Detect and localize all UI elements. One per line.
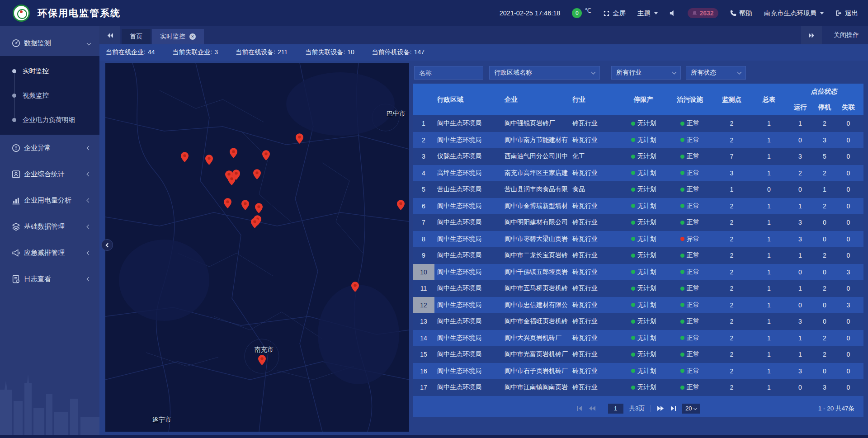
sidebar-group-emergency-reduction[interactable]: 应急减排管理 bbox=[0, 240, 99, 266]
tabs-scroll-right-button[interactable] bbox=[801, 26, 822, 44]
region-select[interactable]: 行政区域名称 bbox=[489, 66, 600, 80]
row-stopped-count: 0 bbox=[813, 264, 836, 281]
map-collapse-button[interactable] bbox=[101, 239, 113, 251]
row-region: 阆中生态环境局 bbox=[434, 264, 505, 281]
table-row[interactable]: 5营山生态环境局营山县润丰肉食品有限食品无计划正常10010 bbox=[413, 181, 863, 198]
row-monitor-points: 6 bbox=[712, 396, 751, 400]
map-pin[interactable] bbox=[241, 200, 249, 210]
map-pin[interactable] bbox=[228, 175, 236, 185]
status-dot bbox=[631, 336, 635, 340]
next-page-button[interactable] bbox=[657, 405, 664, 411]
name-search-input[interactable] bbox=[414, 66, 483, 80]
logout-button[interactable]: 退出 bbox=[835, 9, 858, 18]
row-running-count: 3 bbox=[787, 214, 813, 231]
row-region: 阆中生态环境局 bbox=[434, 363, 505, 380]
map-pin[interactable] bbox=[224, 198, 231, 208]
table-row[interactable]: 4高坪生态环境局南充市高坪区王家店建砖瓦行业无计划正常31220 bbox=[413, 165, 863, 182]
map-pin[interactable] bbox=[397, 200, 405, 210]
user-name: 南充市生态环境局 bbox=[764, 9, 816, 18]
status-dot bbox=[631, 155, 635, 159]
table-row[interactable]: 17阆中生态环境局阆中市江南镇阆南页岩砖瓦行业无计划正常21030 bbox=[413, 379, 863, 396]
sound-mute-button[interactable] bbox=[670, 10, 676, 16]
row-production-limit: 无计划 bbox=[620, 264, 667, 281]
row-industry: 砖瓦行业 bbox=[572, 115, 620, 132]
map-pin[interactable] bbox=[255, 203, 263, 213]
help-button[interactable]: 帮助 bbox=[730, 9, 752, 18]
map-panel[interactable]: 巴中市南充市遂宁市 bbox=[105, 63, 409, 432]
row-disconnected-count: 0 bbox=[836, 280, 861, 297]
tab-realtime-monitor[interactable]: 实时监控 ✕ bbox=[152, 29, 204, 44]
sidebar-group-data-monitoring[interactable]: 数据监测 bbox=[0, 30, 99, 56]
tab-home[interactable]: 首页 bbox=[122, 29, 151, 44]
industry-select[interactable]: 所有行业 bbox=[611, 66, 681, 80]
theme-dropdown[interactable]: 主题 bbox=[637, 9, 658, 18]
sidebar-group-enterprise-abnormal[interactable]: 企业异常 bbox=[0, 135, 99, 161]
sidebar-group-log-view[interactable]: 日志查看 bbox=[0, 266, 99, 292]
sidebar-item-power-load-detail[interactable]: 企业电力负荷明细 bbox=[0, 108, 99, 132]
row-pollution-facility: 正常 bbox=[667, 148, 712, 165]
tab-close-icon[interactable]: ✕ bbox=[189, 33, 196, 40]
notification-badge[interactable]: 2632 bbox=[688, 8, 718, 18]
sidebar-group-base-data[interactable]: 基础数据管理 bbox=[0, 213, 99, 240]
column-header-company: 企业 bbox=[505, 84, 572, 115]
table-row[interactable]: 12阆中生态环境局阆中市忠信建材有限公砖瓦行业无计划正常21003 bbox=[413, 297, 863, 314]
tabs-scroll-left-button[interactable] bbox=[99, 26, 120, 44]
row-running-count: 1 bbox=[787, 346, 813, 363]
status-dot bbox=[631, 320, 635, 324]
row-total-meter: 1 bbox=[751, 247, 787, 264]
first-page-button[interactable] bbox=[576, 405, 583, 411]
row-index: 14 bbox=[413, 330, 434, 347]
tab-bar: 首页 实时监控 ✕ 关闭操作 bbox=[99, 26, 868, 44]
map-pin[interactable] bbox=[262, 150, 270, 160]
map-pin[interactable] bbox=[181, 152, 189, 162]
page-number-input[interactable]: 1 bbox=[608, 404, 623, 414]
row-monitor-points: 2 bbox=[712, 346, 751, 363]
table-row[interactable]: 9阆中生态环境局阆中市二龙长宝页岩砖砖瓦行业无计划正常21120 bbox=[413, 247, 863, 264]
fullscreen-button[interactable]: 全屏 bbox=[603, 9, 626, 18]
table-row[interactable]: 1阆中生态环境局阆中强锐页岩砖厂砖瓦行业无计划正常21120 bbox=[413, 115, 863, 132]
map-pin[interactable] bbox=[205, 155, 213, 165]
row-monitor-points: 2 bbox=[712, 330, 751, 347]
last-page-button[interactable] bbox=[670, 405, 676, 411]
table-row[interactable]: 14阆中生态环境局阆中大兴页岩机砖厂砖瓦行业无计划正常21120 bbox=[413, 330, 863, 347]
table-row[interactable]: 18南部生态环境局南部县砖华水泥有限公建材行业无计划正常60060 bbox=[413, 396, 863, 400]
table-row[interactable]: 16阆中生态环境局阆中市石子页岩机砖厂砖瓦行业无计划正常21300 bbox=[413, 363, 863, 380]
map-pin[interactable] bbox=[230, 148, 237, 158]
sidebar-item-video-monitor[interactable]: 视频监控 bbox=[0, 83, 99, 108]
sidebar-group-power-analysis[interactable]: 企业用电量分析 bbox=[0, 187, 99, 213]
map-pin[interactable] bbox=[253, 169, 261, 179]
table-row[interactable]: 8阆中生态环境局阆中市枣碧大梁山页岩砖瓦行业无计划异常21300 bbox=[413, 231, 863, 248]
status-dot bbox=[631, 122, 635, 126]
table-row[interactable]: 2阆中生态环境局阆中市南方节能建材有砖瓦行业无计划正常21030 bbox=[413, 132, 863, 149]
row-company: 阆中市光富页岩机砖厂 bbox=[505, 346, 572, 363]
map-pin[interactable] bbox=[296, 133, 303, 144]
map-pin[interactable] bbox=[251, 218, 259, 228]
table-row[interactable]: 15阆中生态环境局阆中市光富页岩机砖厂砖瓦行业无计划正常21120 bbox=[413, 346, 863, 363]
last-page-icon bbox=[670, 405, 676, 411]
next-page-icon bbox=[657, 405, 664, 411]
status-select[interactable]: 所有状态 bbox=[686, 66, 746, 80]
previous-page-button[interactable] bbox=[589, 405, 596, 411]
sidebar-group-enterprise-statistics[interactable]: 企业综合统计 bbox=[0, 161, 99, 187]
map-roads bbox=[105, 63, 409, 432]
map-pin[interactable] bbox=[351, 282, 359, 292]
row-industry: 砖瓦行业 bbox=[572, 363, 620, 380]
map-pin[interactable] bbox=[258, 355, 266, 365]
page-size-select[interactable]: 20 bbox=[682, 404, 700, 414]
table-row[interactable]: 7阆中生态环境局阆中明阳建材有限公司砖瓦行业无计划正常21300 bbox=[413, 214, 863, 231]
table-row[interactable]: 6阆中生态环境局阆中市金博瑞新型墙材砖瓦行业无计划正常21120 bbox=[413, 198, 863, 215]
sidebar-item-realtime-monitor[interactable]: 实时监控 bbox=[0, 59, 99, 83]
content-area: 巴中市南充市遂宁市 行政区域名称 所有行业 bbox=[99, 61, 868, 435]
status-dot bbox=[680, 237, 684, 241]
status-dot bbox=[680, 188, 684, 192]
table-row[interactable]: 11阆中生态环境局阆中市五马桥页岩机砖砖瓦行业无计划正常21120 bbox=[413, 280, 863, 297]
row-running-count: 2 bbox=[787, 165, 813, 182]
table-row[interactable]: 10阆中生态环境局阆中千佛镇五郎垭页岩砖瓦行业无计划正常21003 bbox=[413, 264, 863, 281]
row-region: 阆中生态环境局 bbox=[434, 231, 505, 248]
table-row[interactable]: 13阆中生态环境局阆中市金福旺页岩机砖砖瓦行业无计划正常21300 bbox=[413, 313, 863, 330]
status-dot bbox=[631, 270, 635, 274]
table-row[interactable]: 3仪陇生态环境局西南油气田分公司川中化工无计划正常71350 bbox=[413, 148, 863, 165]
user-dropdown[interactable]: 南充市生态环境局 bbox=[764, 9, 824, 18]
close-operations-button[interactable]: 关闭操作 bbox=[822, 31, 868, 39]
datetime: 2021-02-25 17:46:18 bbox=[500, 9, 561, 17]
